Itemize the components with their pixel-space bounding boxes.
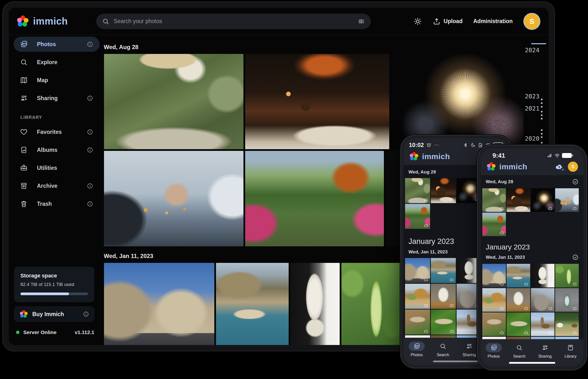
photo-thumb-fortress[interactable] bbox=[405, 258, 430, 283]
photo-thumb-hands[interactable] bbox=[555, 188, 579, 212]
info-icon[interactable] bbox=[87, 95, 93, 102]
photo-thumb-cliff[interactable] bbox=[482, 288, 506, 312]
cloud-sync-icon bbox=[548, 331, 553, 335]
info-icon[interactable] bbox=[87, 183, 93, 189]
cloud-sync-icon bbox=[572, 206, 577, 211]
scrubber-handle[interactable] bbox=[531, 43, 546, 44]
photo-thumb-fireworks[interactable] bbox=[531, 188, 555, 212]
immich-flower-icon bbox=[19, 310, 29, 319]
info-icon[interactable] bbox=[87, 147, 93, 153]
sharing-icon bbox=[20, 94, 28, 102]
theme-toggle-icon[interactable] bbox=[413, 17, 422, 26]
photo-thumb-fortress[interactable] bbox=[482, 264, 506, 287]
app-logo[interactable]: immich bbox=[16, 15, 96, 28]
wifi-icon bbox=[555, 153, 560, 158]
backup-cloud-icon[interactable] bbox=[554, 162, 564, 171]
photo-thumb-zoo[interactable] bbox=[405, 178, 430, 203]
nav-tab-label: Photos bbox=[411, 353, 423, 357]
photo-thumb-wall[interactable] bbox=[531, 288, 555, 312]
photo-thumb-farm[interactable] bbox=[555, 313, 579, 336]
nav-tab-search[interactable]: Search bbox=[507, 343, 532, 359]
storage-usage: 82.4 TiB of 115.1 TiB used bbox=[20, 282, 88, 287]
sidebar-item-sharing[interactable]: Sharing bbox=[14, 91, 100, 106]
photo-thumb-bust[interactable] bbox=[531, 264, 555, 287]
photo-thumb-dinner[interactable] bbox=[507, 188, 530, 212]
photo-autumn[interactable] bbox=[245, 151, 384, 246]
sidebar-item-explore[interactable]: Explore bbox=[14, 55, 100, 70]
home-indicator[interactable] bbox=[433, 361, 479, 362]
user-avatar[interactable]: S bbox=[568, 161, 578, 172]
photo-thumb-coast[interactable] bbox=[431, 258, 456, 283]
nav-tab-search[interactable]: Search bbox=[430, 342, 456, 357]
cloud-sync-icon bbox=[523, 282, 529, 286]
upload-button[interactable]: Upload bbox=[432, 17, 463, 26]
timeline-dot bbox=[541, 133, 542, 135]
info-icon[interactable] bbox=[87, 201, 93, 207]
upload-label: Upload bbox=[444, 18, 463, 25]
user-avatar[interactable]: S bbox=[523, 13, 540, 30]
nav-tab-library[interactable]: Library bbox=[558, 343, 584, 359]
timeline-year-2024[interactable]: 2024 bbox=[525, 47, 540, 54]
timeline-year-2020[interactable]: 2020 bbox=[525, 135, 540, 142]
select-all-check-icon[interactable] bbox=[572, 254, 578, 260]
immich-flower-icon bbox=[409, 151, 419, 161]
sidebar-item-archive[interactable]: Archive bbox=[14, 178, 100, 193]
photo-bust[interactable] bbox=[290, 263, 340, 345]
search-filters-icon[interactable] bbox=[358, 18, 365, 25]
nav-tab-photos[interactable]: Photos bbox=[404, 342, 430, 357]
nav-tab-sharing[interactable]: Sharing bbox=[532, 343, 558, 359]
info-icon[interactable] bbox=[87, 41, 93, 47]
photo-thumb-lizard2[interactable] bbox=[431, 310, 456, 334]
photo-dinner[interactable] bbox=[245, 54, 389, 149]
photo-thumb-church[interactable] bbox=[531, 313, 555, 336]
photo-hands[interactable] bbox=[104, 151, 243, 246]
photo-thumb-lizard1[interactable] bbox=[482, 313, 506, 336]
photo-thumb-sculpt[interactable] bbox=[507, 288, 530, 312]
photo-fortress[interactable] bbox=[104, 263, 214, 345]
timeline-year-2021[interactable]: 2021 bbox=[525, 105, 540, 112]
storage-card: Storage space 82.4 TiB of 115.1 TiB used bbox=[14, 267, 94, 302]
cloud-sync-icon bbox=[423, 198, 429, 202]
sidebar-item-utilities[interactable]: Utilities bbox=[14, 160, 100, 175]
administration-link[interactable]: Administration bbox=[473, 18, 513, 25]
cloud-sync-icon bbox=[449, 329, 454, 333]
top-bar: immich Upload Administration S bbox=[9, 8, 549, 35]
info-icon[interactable] bbox=[87, 129, 93, 135]
search-bar[interactable] bbox=[96, 14, 371, 29]
select-all-check-icon[interactable] bbox=[572, 179, 578, 185]
photo-thumb-autumn[interactable] bbox=[482, 213, 506, 236]
nav-tab-photos[interactable]: Photos bbox=[481, 343, 507, 359]
photo-thumb-dinner[interactable] bbox=[431, 178, 456, 203]
photo-thumb-sculpt[interactable] bbox=[431, 284, 456, 309]
photo-plant[interactable] bbox=[341, 263, 401, 345]
cloud-sync-icon bbox=[572, 282, 577, 286]
cloud-sync-icon bbox=[499, 231, 504, 235]
info-icon[interactable] bbox=[83, 311, 89, 317]
search-input[interactable] bbox=[114, 18, 353, 25]
clock: 10:02 bbox=[409, 142, 424, 148]
photo-thumb-cliff[interactable] bbox=[405, 284, 430, 309]
photo-thumb-zoo[interactable] bbox=[482, 188, 506, 212]
sidebar-item-favorites[interactable]: Favorites bbox=[14, 124, 100, 140]
sidebar-item-trash[interactable]: Trash bbox=[14, 196, 100, 211]
cloud-sync-icon bbox=[548, 206, 553, 211]
photo-thumb-ornament[interactable] bbox=[555, 288, 579, 312]
photo-thumb-coast[interactable] bbox=[507, 264, 530, 287]
cloud-sync-icon bbox=[499, 206, 504, 211]
photos-icon bbox=[20, 40, 28, 48]
trash-icon bbox=[20, 200, 28, 208]
sidebar-item-albums[interactable]: Albums bbox=[14, 142, 100, 158]
timeline-year-2023[interactable]: 2023 bbox=[525, 93, 540, 100]
buy-immich-button[interactable]: Buy Immich bbox=[14, 307, 94, 322]
photo-thumb-lizard1[interactable] bbox=[405, 310, 430, 334]
photo-coast[interactable] bbox=[216, 263, 289, 345]
month-header: January 2023 bbox=[481, 236, 583, 253]
photo-thumb-lizard2[interactable] bbox=[507, 313, 530, 336]
sidebar-item-map[interactable]: Map bbox=[14, 73, 100, 88]
photo-zoo[interactable] bbox=[104, 54, 243, 149]
sidebar-item-photos[interactable]: Photos bbox=[14, 37, 100, 52]
photo-thumb-autumn[interactable] bbox=[405, 204, 430, 229]
photo-thumb-plant[interactable] bbox=[555, 264, 579, 287]
search-icon bbox=[20, 58, 28, 66]
home-indicator[interactable] bbox=[509, 362, 555, 364]
